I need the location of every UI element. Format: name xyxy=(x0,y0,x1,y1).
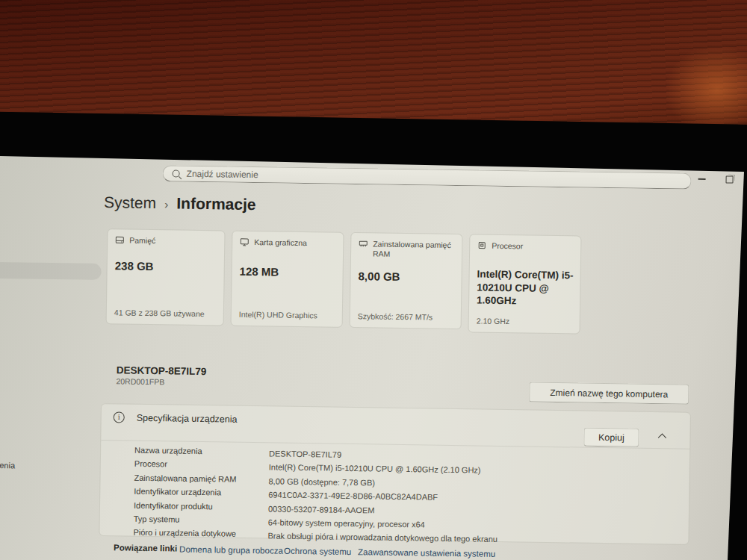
spec-value: 64-bitowy system operacyjny, procesor x6… xyxy=(268,517,425,529)
spec-label: Procesor xyxy=(134,459,167,469)
device-model: 20RD001FPB xyxy=(116,376,164,386)
card-detail: 2.10 GHz xyxy=(477,316,510,326)
cpu-icon xyxy=(477,240,486,249)
spec-label: Typ systemu xyxy=(134,514,180,524)
page-title: Informacje xyxy=(176,195,256,214)
copy-button[interactable]: Kopiuj xyxy=(583,428,639,447)
spec-value: Brak obsługi pióra i wprowadzania dotyko… xyxy=(267,532,498,544)
card-graphics[interactable]: Karta graficzna 128 MB Intel(R) UHD Grap… xyxy=(231,231,344,328)
card-title: Zainstalowana pamięć RAM xyxy=(373,239,454,260)
device-name: DESKTOP-8E7IL79 xyxy=(117,364,207,377)
spec-rows: Nazwa urządzenia DESKTOP-8E7IL79 Proceso… xyxy=(99,440,689,549)
card-processor[interactable]: Procesor Intel(R) Core(TM) i5-10210U CPU… xyxy=(468,234,582,334)
spec-value: 8,00 GB (dostępne: 7,78 GB) xyxy=(268,476,375,487)
spec-value: DESKTOP-8E7IL79 xyxy=(269,449,341,458)
restore-icon xyxy=(726,175,734,183)
card-detail: Szybkość: 2667 MT/s xyxy=(358,311,433,321)
gpu-icon xyxy=(240,237,249,246)
chevron-right-icon: › xyxy=(164,198,169,211)
card-detail: 41 GB z 238 GB używane xyxy=(114,308,205,318)
card-title: Pamięć xyxy=(129,236,155,246)
sidebar-selected-pill xyxy=(0,262,102,280)
search-input[interactable]: Znajdź ustawienie xyxy=(162,165,691,190)
spec-title: Specyfikacja urządzenia xyxy=(137,412,238,424)
related-links-label: Powiązane linki xyxy=(114,543,177,553)
info-icon xyxy=(114,411,125,423)
summary-cards: Pamięć 238 GB 41 GB z 238 GB używane Kar… xyxy=(106,228,582,334)
spec-value: 6941C0A2-3371-49E2-8D86-A0BC82A4DABF xyxy=(268,491,438,502)
spec-label: Nazwa urządzenia xyxy=(134,446,202,455)
spec-value: 00330-53207-89184-AAOEM xyxy=(268,504,375,514)
rename-computer-button[interactable]: Zmień nazwę tego komputera xyxy=(529,382,689,405)
minimize-button[interactable] xyxy=(692,172,711,186)
wood-background xyxy=(0,0,747,128)
card-title: Karta graficzna xyxy=(254,237,307,248)
breadcrumb: System › Informacje xyxy=(104,193,256,214)
spec-label: Pióro i urządzenia dotykowe xyxy=(133,528,236,538)
search-placeholder: Znajdź ustawienie xyxy=(187,169,258,180)
card-value: 8,00 GB xyxy=(358,270,400,283)
spec-label: Identyfikator urządzenia xyxy=(134,487,221,497)
link-advanced-system-settings[interactable]: Zaawansowane ustawienia systemu xyxy=(358,547,495,559)
card-title: Procesor xyxy=(492,241,523,252)
card-value: 128 MB xyxy=(240,265,279,279)
storage-icon xyxy=(115,235,124,244)
card-ram[interactable]: Zainstalowana pamięć RAM 8,00 GB Szybkoś… xyxy=(350,232,463,329)
card-storage[interactable]: Pamięć 238 GB 41 GB z 238 GB używane xyxy=(106,228,226,326)
breadcrumb-system[interactable]: System xyxy=(104,193,156,212)
spec-label: Zainstalowana pamięć RAM xyxy=(134,473,236,483)
spec-label: Identyfikator produktu xyxy=(134,500,213,511)
restore-button[interactable] xyxy=(719,172,739,186)
card-detail: Intel(R) UHD Graphics xyxy=(239,310,317,320)
sidebar-item-fragment: zenia xyxy=(0,461,15,470)
device-spec-expander: Specyfikacja urządzenia Kopiuj Nazwa urz… xyxy=(99,403,691,545)
search-icon xyxy=(173,169,180,177)
card-value: Intel(R) Core(TM) i5-10210U CPU @ 1.60GH… xyxy=(477,267,574,308)
chevron-up-icon[interactable] xyxy=(658,434,666,442)
spec-value: Intel(R) Core(TM) i5-10210U CPU @ 1.60GH… xyxy=(269,463,481,475)
photo-of-laptop-screen: zenia Znajdź ustawienie System › Informa… xyxy=(0,0,747,560)
link-system-protection[interactable]: Ochrona systemu xyxy=(284,547,351,556)
ram-icon xyxy=(359,239,368,248)
card-value: 238 GB xyxy=(115,259,154,273)
settings-window: zenia Znajdź ustawienie System › Informa… xyxy=(0,153,747,560)
link-domain-or-workgroup[interactable]: Domena lub grupa robocza xyxy=(179,545,283,556)
minimize-icon xyxy=(698,178,706,180)
